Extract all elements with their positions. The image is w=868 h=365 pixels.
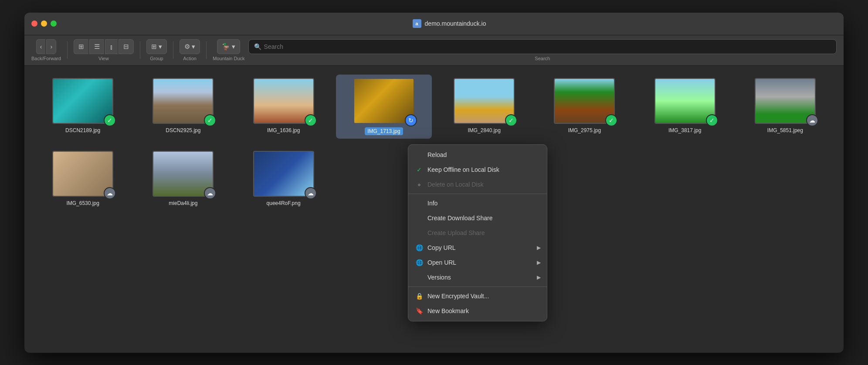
mountainduck-button[interactable]: 🦆 ▾	[217, 39, 240, 54]
vault-icon: 🔒	[415, 292, 423, 300]
photo-preview	[53, 79, 112, 123]
photo-preview	[555, 79, 614, 123]
thumb-wrap: ↻	[353, 78, 414, 124]
thumb-wrap: ✓	[554, 78, 615, 124]
circle-icon: ●	[415, 181, 423, 188]
search-input[interactable]	[264, 43, 831, 50]
file-name: IMG_2840.jpg	[468, 127, 500, 133]
file-item[interactable]: ✓ IMG_2840.jpg	[436, 75, 532, 139]
view-grid-button[interactable]: ⊞	[74, 39, 88, 54]
file-content: ✓ DSCN2189.jpg ✓ DSCN2925.jpg	[24, 66, 844, 353]
bookmark-icon: 🔖	[415, 307, 423, 315]
photo-preview	[756, 79, 815, 123]
forward-button[interactable]: ›	[46, 39, 56, 54]
back-button[interactable]: ‹	[36, 39, 46, 54]
file-name: DSCN2925.jpg	[166, 127, 200, 133]
photo-preview	[53, 152, 112, 196]
ctx-new-bookmark-label: New Bookmark	[427, 307, 540, 314]
thumbnail	[755, 78, 816, 124]
thumbnail	[353, 78, 414, 124]
ctx-new-encrypted-label: New Encrypted Vault...	[427, 293, 540, 300]
search-group: 🔍 Search	[248, 39, 837, 61]
submenu-arrow3-icon: ▶	[537, 274, 541, 280]
file-item[interactable]: ✓ DSCN2189.jpg	[35, 75, 131, 139]
ctx-separator-2	[408, 287, 547, 287]
title-app-icon: a	[413, 19, 421, 28]
status-badge-cloud: ☁	[104, 187, 116, 199]
group-button[interactable]: ⊞ ▾	[146, 39, 167, 54]
ctx-create-download[interactable]: Create Download Share	[408, 211, 547, 225]
search-icon: 🔍	[254, 43, 261, 50]
file-name: DSCN2189.jpg	[65, 127, 100, 133]
thumb-wrap: ✓	[153, 78, 214, 124]
view-columns-button[interactable]: ⫿	[105, 39, 118, 54]
ctx-keep-offline[interactable]: ✓ Keep Offline on Local Disk	[408, 162, 547, 177]
window-title-area: a demo.mountainduck.io	[62, 19, 837, 28]
file-item[interactable]: ✓ DSCN2925.jpg	[135, 75, 231, 139]
ctx-new-bookmark[interactable]: 🔖 New Bookmark	[408, 304, 547, 318]
file-name: IMG_5851.jpeg	[767, 127, 803, 133]
nav-buttons: ‹ ›	[36, 39, 56, 54]
upload-share-icon	[415, 229, 423, 237]
ctx-versions[interactable]: Versions ▶	[408, 270, 547, 285]
toolbar-sep-4	[206, 41, 207, 59]
file-item[interactable]: ✓ IMG_3817.jpg	[637, 75, 733, 139]
globe-icon: 🌐	[415, 244, 423, 252]
thumb-wrap: ☁	[755, 78, 816, 124]
file-item[interactable]: ☁ quee4RoF.png	[236, 147, 332, 210]
action-button[interactable]: ⚙ ▾	[180, 39, 200, 54]
ctx-info[interactable]: Info	[408, 196, 547, 211]
ctx-open-url-label: Open URL	[427, 259, 540, 266]
action-label: Action	[183, 56, 197, 61]
search-label: Search	[535, 56, 550, 61]
minimize-button[interactable]	[41, 20, 47, 27]
group-group: ⊞ ▾ Group	[146, 39, 167, 61]
ctx-copy-url[interactable]: 🌐 Copy URL ▶	[408, 240, 547, 255]
toolbar-sep-2	[140, 41, 140, 59]
ctx-open-url[interactable]: 🌐 Open URL ▶	[408, 255, 547, 270]
view-list-button[interactable]: ☰	[89, 39, 104, 54]
file-item-selected[interactable]: ↻ IMG_1713.jpg	[336, 75, 432, 139]
file-item[interactable]: ✓ IMG_2975.jpg	[536, 75, 632, 139]
thumb-wrap: ☁	[52, 151, 113, 197]
action-group: ⚙ ▾ Action	[180, 39, 200, 61]
file-item[interactable]: ☁ IMG_5851.jpeg	[737, 75, 833, 139]
ctx-copy-url-label: Copy URL	[427, 244, 540, 251]
ctx-info-label: Info	[427, 200, 540, 207]
file-name: IMG_3817.jpg	[668, 127, 701, 133]
download-share-icon	[415, 214, 423, 222]
thumb-wrap: ✓	[253, 78, 314, 124]
ctx-create-download-label: Create Download Share	[427, 215, 540, 222]
photo-preview	[354, 79, 414, 123]
maximize-button[interactable]	[51, 20, 57, 27]
thumbnail	[654, 78, 715, 124]
thumbnail	[253, 78, 314, 124]
toolbar: ‹ › Back/Forward ⊞ ☰ ⫿ ⊟ View ⊞ ▾ Group …	[24, 35, 844, 66]
ctx-reload[interactable]: Reload	[408, 147, 547, 162]
toolbar-sep-1	[67, 41, 68, 59]
nav-group: ‹ › Back/Forward	[31, 39, 61, 61]
photo-preview	[153, 79, 213, 123]
close-button[interactable]	[31, 20, 37, 27]
photo-preview	[655, 79, 715, 123]
status-badge-cloud: ☁	[204, 187, 216, 199]
status-badge-cloud: ☁	[305, 187, 317, 199]
view-cover-button[interactable]: ⊟	[119, 39, 134, 54]
ctx-new-encrypted[interactable]: 🔒 New Encrypted Vault...	[408, 289, 547, 304]
ctx-keep-offline-label: Keep Offline on Local Disk	[427, 166, 540, 173]
thumbnail	[253, 151, 314, 197]
thumb-wrap: ✓	[654, 78, 715, 124]
status-badge-cloud: ☁	[806, 114, 818, 126]
status-badge-check: ✓	[706, 114, 718, 126]
file-item[interactable]: ☁ mieDa4li.jpg	[135, 147, 231, 210]
thumb-wrap: ✓	[52, 78, 113, 124]
file-name: IMG_1713.jpg	[365, 127, 403, 135]
ctx-delete-local-label: Delete on Local Disk	[427, 181, 540, 188]
status-badge-check: ✓	[505, 114, 517, 126]
thumb-wrap: ✓	[454, 78, 515, 124]
finder-window: a demo.mountainduck.io ‹ › Back/Forward …	[24, 13, 844, 353]
file-item[interactable]: ☁ IMG_6530.jpg	[35, 147, 131, 210]
file-item[interactable]: ✓ IMG_1636.jpg	[236, 75, 332, 139]
versions-icon	[415, 273, 423, 281]
ctx-delete-local: ● Delete on Local Disk	[408, 177, 547, 192]
